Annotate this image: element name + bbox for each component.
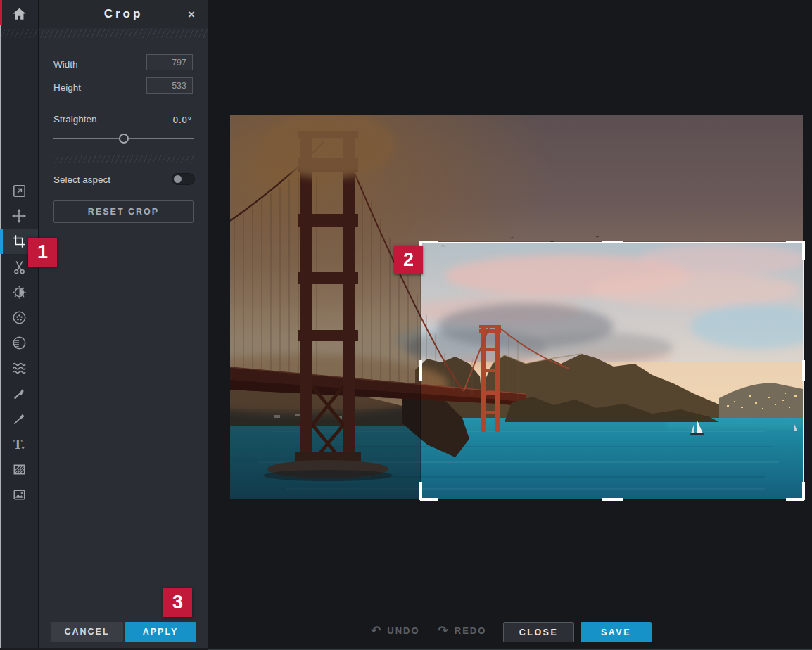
undo-icon: ↶ <box>371 625 382 637</box>
tool-adjust[interactable] <box>0 279 38 305</box>
crop-icon <box>11 234 27 249</box>
toolbar: T. <box>0 0 39 650</box>
width-input[interactable] <box>146 54 193 70</box>
step-badge-3: 3 <box>163 588 192 617</box>
undo-button[interactable]: ↶ UNDO <box>371 625 420 637</box>
height-input[interactable] <box>146 77 193 94</box>
redo-label: REDO <box>455 625 487 636</box>
reset-crop-button[interactable]: RESET CROP <box>53 200 194 223</box>
crop-handle-top[interactable] <box>602 241 623 243</box>
crop-handle-bottom-left[interactable] <box>420 498 438 501</box>
export-icon <box>11 183 27 199</box>
close-button[interactable]: CLOSE <box>503 622 574 642</box>
step-badge-2: 2 <box>394 246 423 274</box>
image-icon <box>11 487 27 503</box>
selected-tool-indicator <box>0 229 3 254</box>
select-aspect-toggle[interactable] <box>172 173 195 185</box>
tool-image[interactable] <box>0 482 38 507</box>
crop-handle-right[interactable] <box>802 360 805 381</box>
hatched-square-icon <box>11 461 27 478</box>
redo-icon: ↷ <box>438 625 450 637</box>
height-label: Height <box>53 82 81 93</box>
crop-panel: Crop × Width Height Straighten 0.0° Sele… <box>39 0 208 650</box>
text-tool-icon: T. <box>13 438 25 451</box>
cancel-button[interactable]: CANCEL <box>51 622 123 642</box>
photo-editor-app: T. Crop × Width Height Straighten 0.0° S… <box>0 0 812 650</box>
select-aspect-label: Select aspect <box>53 174 110 185</box>
straighten-label: Straighten <box>53 114 97 125</box>
panel-divider-hatch <box>39 29 208 38</box>
crop-handle-top-left[interactable] <box>420 241 438 243</box>
section-divider-hatch <box>53 155 194 163</box>
redo-button[interactable]: ↷ REDO <box>438 625 487 637</box>
tool-text[interactable]: T. <box>0 431 38 457</box>
tool-retouch[interactable] <box>0 305 38 330</box>
crop-panel-header: Crop × <box>39 0 208 28</box>
home-icon <box>11 6 27 22</box>
crop-handle-top-right[interactable] <box>802 241 805 260</box>
crop-selection-box[interactable] <box>421 242 804 499</box>
tool-vignette[interactable] <box>0 330 38 355</box>
tool-paint-brush[interactable] <box>0 406 38 431</box>
undo-label: UNDO <box>387 625 419 636</box>
toggle-knob <box>174 175 182 183</box>
slider-thumb[interactable] <box>119 134 129 144</box>
move-icon <box>11 208 27 224</box>
editor-canvas: ↶ UNDO ↷ REDO CLOSE SAVE <box>208 0 812 650</box>
step-badge-1: 1 <box>28 238 57 267</box>
close-panel-icon[interactable]: × <box>184 7 199 23</box>
toolbar-divider-hatch <box>0 29 38 38</box>
crop-handle-bottom-left[interactable] <box>419 482 422 500</box>
tool-makeup-brush[interactable] <box>0 381 38 406</box>
save-button[interactable]: SAVE <box>581 622 652 642</box>
panel-title: Crop <box>39 7 208 21</box>
crop-handle-bottom-right[interactable] <box>802 482 805 500</box>
straighten-value: 0.0° <box>173 115 192 125</box>
half-shaded-circle-icon <box>11 335 27 351</box>
tool-move[interactable] <box>0 203 38 229</box>
apply-button[interactable]: APPLY <box>125 622 196 642</box>
makeup-brush-icon <box>11 385 27 402</box>
tool-texture[interactable] <box>0 457 38 482</box>
history-controls: ↶ UNDO ↷ REDO <box>371 625 486 637</box>
home-button[interactable] <box>0 0 38 28</box>
straighten-slider[interactable] <box>53 134 194 144</box>
crop-handle-bottom[interactable] <box>602 498 623 501</box>
crop-handle-left[interactable] <box>419 360 422 381</box>
scissors-icon <box>11 259 27 275</box>
dotted-circle-icon <box>11 310 27 326</box>
waves-icon <box>11 359 27 376</box>
adjust-gear-icon <box>11 284 27 300</box>
tool-list: T. <box>0 178 38 507</box>
paint-brush-icon <box>11 411 27 427</box>
tool-waves[interactable] <box>0 355 38 381</box>
tool-export[interactable] <box>0 178 38 203</box>
width-label: Width <box>53 59 78 70</box>
